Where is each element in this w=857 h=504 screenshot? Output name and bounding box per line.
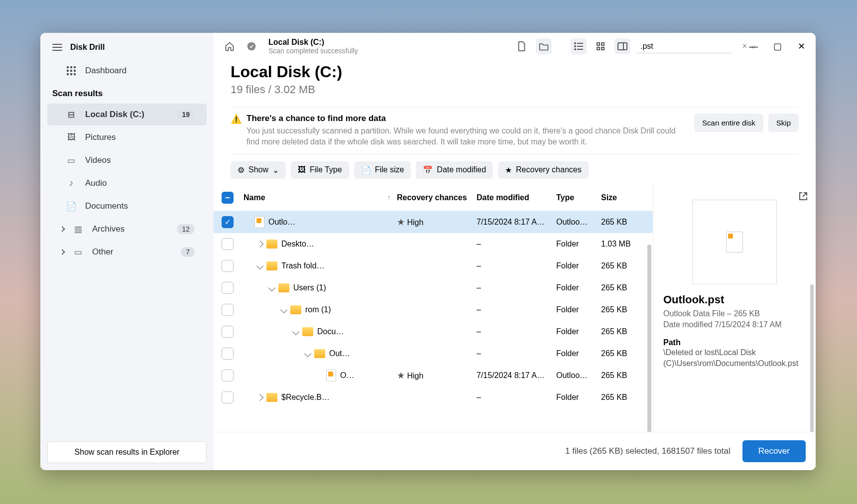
sidebar-dashboard[interactable]: Dashboard bbox=[47, 60, 207, 82]
row-name: $Recycle.B… bbox=[281, 393, 330, 402]
sidebar-item-label: Documents bbox=[85, 201, 128, 211]
row-checkbox[interactable]: ✓ bbox=[222, 216, 234, 228]
table-row[interactable]: Trash fold…–Folder265 KB bbox=[214, 255, 653, 277]
col-date[interactable]: Date modified bbox=[474, 189, 553, 206]
tree-arrow-icon[interactable] bbox=[304, 350, 311, 357]
svg-rect-2 bbox=[74, 66, 76, 68]
row-checkbox[interactable] bbox=[222, 282, 234, 294]
close-button[interactable]: ✕ bbox=[795, 40, 808, 53]
sidebar-item-local-disk-c-[interactable]: ⊟Local Disk (C:)19 bbox=[47, 104, 207, 126]
table-row[interactable]: O…★ High7/15/2024 8:17 A…Outloo…265 KB bbox=[214, 365, 653, 386]
recovery-filter-button[interactable]: ★Recovery chances bbox=[498, 161, 589, 179]
home-icon[interactable] bbox=[222, 38, 238, 54]
app-window: Disk Drill Dashboard Scan results ⊟Local… bbox=[40, 33, 816, 470]
row-checkbox[interactable] bbox=[222, 326, 234, 338]
table-row[interactable]: ✓Outlo…★ High7/15/2024 8:17 A…Outloo…265… bbox=[214, 211, 653, 233]
select-all-checkbox[interactable]: – bbox=[222, 192, 234, 204]
grid-view-icon[interactable] bbox=[593, 38, 609, 54]
table-row[interactable]: Out…–Folder265 KB bbox=[214, 343, 653, 365]
tree-arrow-icon[interactable] bbox=[256, 262, 263, 269]
table-scrollbar[interactable] bbox=[647, 245, 651, 432]
filter-bar: ⚙Show⌄ 🖼File Type 📄File size 📅Date modif… bbox=[214, 154, 816, 185]
table-row[interactable]: Docu…–Folder265 KB bbox=[214, 321, 653, 343]
panel-toggle-icon[interactable] bbox=[614, 38, 630, 54]
sidebar-item-pictures[interactable]: 🖼Pictures bbox=[47, 126, 207, 148]
detail-meta2: Date modified 7/15/2024 8:17 AM bbox=[663, 320, 806, 329]
count-badge: 7 bbox=[181, 247, 195, 257]
svg-rect-13 bbox=[577, 46, 583, 47]
row-name: O… bbox=[340, 371, 354, 380]
file-size-filter-button[interactable]: 📄File size bbox=[354, 161, 411, 179]
tree-arrow-icon[interactable] bbox=[256, 241, 263, 248]
sidebar-item-audio[interactable]: ♪Audio bbox=[47, 172, 207, 194]
table-row[interactable]: Deskto…–Folder1.03 MB bbox=[214, 233, 653, 255]
panel-scrollbar[interactable] bbox=[810, 284, 814, 432]
col-type[interactable]: Type bbox=[553, 189, 598, 206]
popout-icon[interactable] bbox=[799, 192, 809, 202]
sidebar-item-documents[interactable]: 📄Documents bbox=[47, 195, 207, 217]
row-size: 265 KB bbox=[598, 301, 648, 318]
row-checkbox[interactable] bbox=[222, 391, 234, 403]
chevron-right-icon bbox=[59, 249, 65, 254]
row-checkbox[interactable] bbox=[222, 370, 234, 381]
sidebar-item-videos[interactable]: ▭Videos bbox=[47, 149, 207, 171]
file-icon[interactable] bbox=[514, 38, 530, 54]
maximize-button[interactable]: ▢ bbox=[771, 40, 784, 53]
row-name: rom (1) bbox=[305, 305, 331, 314]
svg-rect-11 bbox=[577, 43, 583, 44]
row-checkbox[interactable] bbox=[222, 304, 234, 316]
row-type: Folder bbox=[553, 257, 598, 274]
row-date: – bbox=[474, 236, 553, 252]
sidebar-item-label: Audio bbox=[85, 178, 107, 188]
file-icon bbox=[326, 370, 336, 381]
row-size: 265 KB bbox=[598, 345, 648, 362]
calendar-icon: 📅 bbox=[423, 165, 433, 175]
row-date: – bbox=[474, 323, 553, 340]
show-in-explorer-button[interactable]: Show scan results in Explorer bbox=[47, 441, 207, 463]
scan-entire-disk-button[interactable]: Scan entire disk bbox=[694, 114, 763, 132]
sidebar-item-label: Videos bbox=[85, 155, 111, 165]
table-row[interactable]: Users (1)–Folder265 KB bbox=[214, 277, 653, 299]
row-checkbox[interactable] bbox=[222, 238, 234, 250]
folder-icon[interactable] bbox=[536, 38, 552, 54]
skip-button[interactable]: Skip bbox=[768, 114, 799, 132]
row-checkbox[interactable] bbox=[222, 260, 234, 272]
date-filter-button[interactable]: 📅Date modified bbox=[416, 161, 493, 179]
table-row[interactable]: $Recycle.B…–Folder265 KB bbox=[214, 386, 653, 408]
hamburger-icon[interactable] bbox=[52, 44, 62, 51]
disk-icon: ⊟ bbox=[66, 110, 76, 120]
selection-status: 1 files (265 KB) selected, 1681507 files… bbox=[565, 446, 731, 456]
archive-icon: ▥ bbox=[73, 224, 83, 234]
folder-icon bbox=[266, 261, 277, 270]
table-row[interactable]: rom (1)–Folder265 KB bbox=[214, 299, 653, 321]
tree-arrow-icon[interactable] bbox=[292, 328, 299, 335]
tree-arrow-icon[interactable] bbox=[256, 394, 263, 401]
sidebar-item-archives[interactable]: ▥Archives12 bbox=[47, 218, 207, 240]
search-input[interactable]: ✕ ⌕ bbox=[636, 40, 732, 53]
check-circle-icon[interactable] bbox=[244, 38, 259, 54]
svg-rect-17 bbox=[602, 43, 604, 45]
recover-button[interactable]: Recover bbox=[742, 440, 806, 462]
row-recovery: High bbox=[407, 218, 423, 227]
svg-rect-15 bbox=[577, 49, 583, 50]
file-type-filter-button[interactable]: 🖼File Type bbox=[291, 161, 349, 179]
svg-rect-5 bbox=[74, 70, 76, 72]
path-label: Path bbox=[663, 338, 806, 347]
sidebar-item-other[interactable]: ▭Other7 bbox=[47, 241, 207, 263]
row-name: Out… bbox=[329, 349, 350, 358]
col-name[interactable]: Name↑ bbox=[241, 189, 394, 206]
minimize-button[interactable]: — bbox=[747, 40, 760, 53]
col-recovery[interactable]: Recovery chances bbox=[394, 189, 474, 206]
svg-rect-4 bbox=[70, 70, 72, 72]
info-banner: ⚠️ There's a chance to find more data Yo… bbox=[231, 107, 799, 154]
svg-rect-16 bbox=[597, 43, 600, 45]
tree-arrow-icon[interactable] bbox=[280, 306, 287, 313]
search-field[interactable] bbox=[640, 42, 740, 51]
tree-arrow-icon[interactable] bbox=[268, 284, 275, 291]
folder-icon bbox=[278, 283, 289, 292]
col-size[interactable]: Size bbox=[598, 189, 648, 206]
svg-rect-0 bbox=[67, 66, 69, 68]
show-filter-button[interactable]: ⚙Show⌄ bbox=[231, 161, 286, 179]
list-view-icon[interactable] bbox=[571, 38, 587, 54]
row-checkbox[interactable] bbox=[222, 348, 234, 360]
